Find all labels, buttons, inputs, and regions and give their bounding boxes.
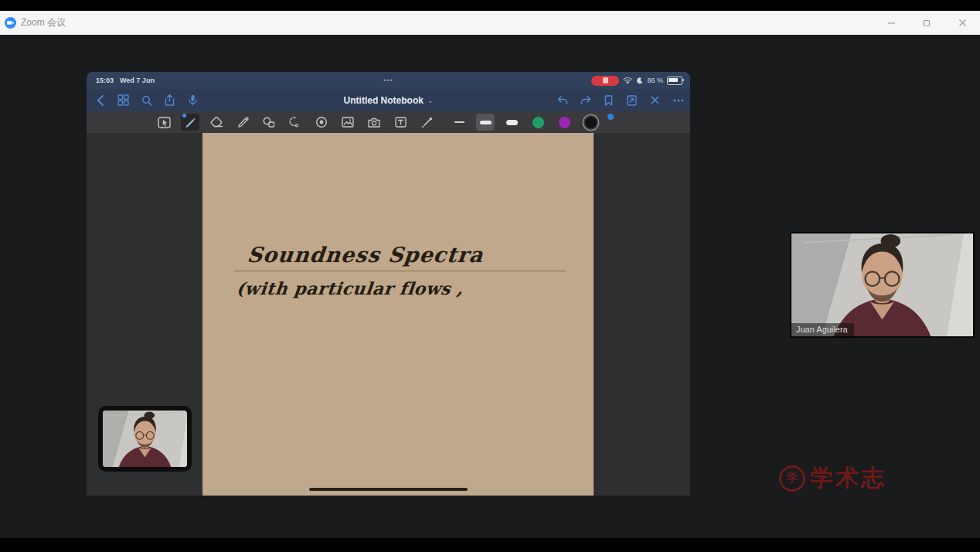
- export-icon[interactable]: [625, 94, 638, 107]
- lasso-tool-icon[interactable]: [286, 114, 305, 131]
- shapes-tool-icon[interactable]: [260, 114, 278, 131]
- underline-stroke: [235, 271, 566, 271]
- handwritten-title: Soundness Spectra: [246, 243, 485, 267]
- text-tool-icon[interactable]: [391, 114, 410, 131]
- stroke-thick-button[interactable]: [502, 114, 521, 131]
- minimize-button[interactable]: [873, 11, 909, 35]
- pencil-tool-icon[interactable]: [233, 114, 252, 131]
- close-annotation-icon[interactable]: [648, 94, 662, 107]
- self-view-video[interactable]: [98, 406, 192, 472]
- handwritten-body: (with particular flows ,: [236, 278, 464, 298]
- window-controls: [873, 11, 980, 35]
- navbar-right-group: [556, 89, 685, 111]
- laser-tool-icon[interactable]: [417, 114, 436, 131]
- stroke-thin-button[interactable]: [450, 114, 468, 131]
- undo-icon[interactable]: [556, 94, 569, 107]
- letterbox-top: [0, 0, 980, 11]
- bookmark-icon[interactable]: [602, 94, 615, 107]
- titlebar-left: Zoom 会议: [0, 16, 66, 29]
- stroke-medium-button[interactable]: [476, 114, 495, 131]
- eraser-tool-icon[interactable]: [207, 114, 226, 131]
- ipad-status-bar: 15:03 Wed 7 Jun ••• 86 %: [87, 72, 690, 89]
- watermark: 学 学术志: [779, 462, 886, 494]
- wifi-icon: [623, 77, 632, 84]
- participant-person: [791, 233, 973, 336]
- zoom-logo-icon: [5, 17, 16, 29]
- pen-color-black[interactable]: [581, 114, 600, 131]
- chevron-down-icon: ⌄: [427, 97, 434, 104]
- drawing-toolbar: [87, 111, 690, 133]
- meeting-background: 15:03 Wed 7 Jun ••• 86 %: [0, 35, 980, 538]
- notebook-title-text: Untitled Notebook: [344, 95, 424, 106]
- close-button[interactable]: [944, 11, 980, 35]
- letterbox-bottom: [0, 538, 980, 552]
- stamp-tool-icon[interactable]: [312, 114, 331, 131]
- custom-color-dot-icon[interactable]: [607, 114, 614, 120]
- self-view-person: [103, 411, 187, 467]
- window-titlebar: Zoom 会议: [0, 11, 980, 35]
- watermark-text: 学术志: [810, 462, 886, 494]
- screen: Zoom 会议 15:03 Wed 7 Jun •••: [0, 0, 980, 552]
- more-icon[interactable]: [672, 94, 685, 107]
- pen-tool-icon[interactable]: [181, 114, 199, 131]
- notebook-page[interactable]: Soundness Spectra (with particular flows…: [202, 133, 594, 496]
- recording-indicator-icon[interactable]: [591, 76, 619, 86]
- pointer-mode-icon[interactable]: [155, 114, 173, 131]
- maximize-button[interactable]: [909, 11, 944, 35]
- image-tool-icon[interactable]: [339, 114, 357, 131]
- redo-icon[interactable]: [579, 94, 592, 107]
- participant-name-label: Juan Aguilera: [791, 323, 854, 336]
- status-right: 86 %: [591, 76, 682, 86]
- camera-tool-icon[interactable]: [365, 114, 383, 131]
- participant-video[interactable]: Juan Aguilera: [790, 232, 975, 338]
- watermark-logo-icon: 学: [779, 465, 805, 492]
- home-indicator: [309, 488, 468, 491]
- tool-strip: [155, 111, 614, 133]
- notebook-toolbar: Untitled Notebook ⌄: [87, 89, 690, 111]
- battery-percent: 86 %: [647, 77, 663, 84]
- dnd-moon-icon: [636, 77, 643, 84]
- pen-color-purple[interactable]: [555, 114, 573, 131]
- battery-icon: [667, 77, 682, 85]
- window-title: Zoom 会议: [21, 16, 66, 29]
- pen-color-green[interactable]: [529, 114, 547, 131]
